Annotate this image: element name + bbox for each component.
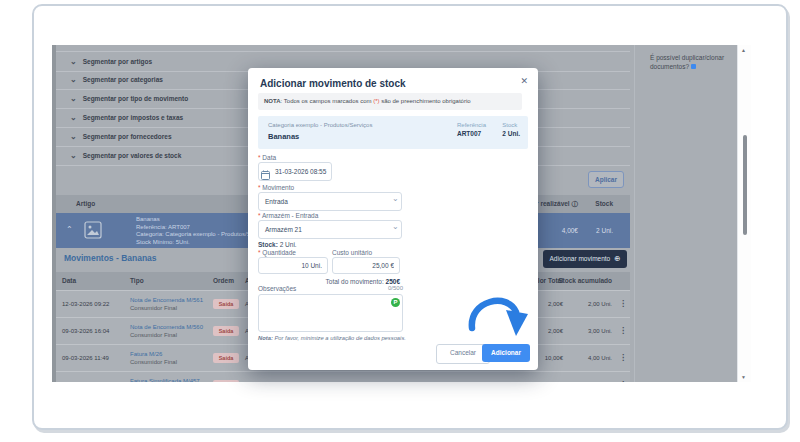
warehouse-label: * Armazém - Entrada (258, 212, 318, 219)
observations-counter: 0/500 (258, 285, 403, 291)
document-link[interactable]: Fatura Simplificada M/457 (130, 377, 200, 382)
faq-link[interactable]: É possível duplicar/clonar documentos? (650, 53, 734, 71)
table-row: 09-03-2026 11:46 Fatura Simplificada M/4… (56, 371, 630, 382)
chevron-down-icon: ⌄ (392, 222, 399, 231)
unit-cost-input[interactable] (332, 257, 400, 274)
status-badge: Saída (213, 299, 239, 309)
row-date: 12-03-2026 09:22 (62, 301, 109, 307)
modal-title: Adicionar movimento de stock (260, 78, 406, 89)
row-menu-icon[interactable]: ⋮ (619, 299, 627, 308)
row-client: Consumidor Final (130, 304, 203, 312)
row-client: Consumidor Final (130, 358, 177, 366)
row-client: Consumidor Final (130, 331, 203, 339)
row-menu-icon[interactable]: ⋮ (619, 380, 627, 382)
segment-label: Segmentar por valores de stock (83, 152, 182, 159)
add-movement-button[interactable]: Adicionar movimento⊕ (543, 250, 627, 268)
current-stock-note: Stock: 2 Uni. (258, 241, 297, 248)
row-tipo: Nota de Encomenda M/561Consumidor Final (130, 296, 203, 312)
plus-circle-icon: ⊕ (614, 254, 620, 263)
note-label: NOTA (264, 98, 281, 104)
col-ordem: Ordem (213, 277, 234, 284)
segment-label: Segmentar por impostos e taxas (83, 114, 183, 121)
quantity-label: * Quantidade (258, 249, 296, 256)
row-date: 09-03-2026 11:49 (62, 355, 109, 361)
col-artigo: Artigo (76, 200, 95, 207)
privacy-note: Nota: Por favor, minimize a utilização d… (258, 335, 406, 341)
product-reference: ReferênciaART007 (457, 122, 486, 137)
product-summary-box: Categoria exemplo - Produtos/Serviços Ba… (258, 116, 528, 149)
status-badge: Saída (213, 380, 239, 382)
date-label: * Data (258, 154, 276, 161)
chevron-down-icon: ⌄ (70, 127, 77, 146)
quantity-input[interactable] (258, 257, 328, 274)
row-valor-total: 10,00€ (545, 355, 563, 361)
document-link[interactable]: Nota de Encomenda M/560 (130, 323, 203, 331)
status-badge: Saída (213, 353, 239, 363)
scrollbar[interactable]: ▲ ▼ (737, 45, 751, 382)
chevron-down-icon: ⌄ (70, 146, 77, 165)
row-tipo: Nota de Encomenda M/560Consumidor Final (130, 323, 203, 339)
scrollbar-thumb[interactable] (743, 135, 747, 235)
row-valor-total: 2,00€ (548, 301, 563, 307)
grammar-extension-icon[interactable]: P (391, 298, 400, 307)
info-icon: ⓘ (572, 200, 579, 207)
status-badge: Saída (213, 326, 239, 336)
scroll-up-icon[interactable]: ▲ (741, 47, 746, 53)
warehouse-select[interactable]: Armazém 21 (258, 220, 402, 239)
chevron-down-icon: ⌄ (70, 70, 77, 89)
row-stock-acumulado: 4,00 Uni. (588, 355, 612, 361)
row-valor-total: 2,00€ (548, 328, 563, 334)
col-stock-acumulado: Stock acumulado (558, 277, 612, 284)
segment-label: Segmentar por artigos (83, 58, 152, 65)
apply-button[interactable]: Aplicar (588, 171, 624, 188)
row-menu-icon[interactable]: ⋮ (619, 353, 627, 362)
product-stock: Stock2 Uni. (502, 122, 520, 137)
scroll-down-icon[interactable]: ▼ (741, 374, 746, 380)
segment-label: Segmentar por tipo de movimento (83, 95, 188, 102)
chevron-down-icon: ⌄ (392, 194, 399, 203)
row-tipo: Fatura Simplificada M/457Consumidor Fina… (130, 377, 200, 382)
col-stock: Stock (595, 200, 613, 207)
chevron-down-icon: ⌄ (70, 52, 77, 71)
collapse-row-icon[interactable]: ⌃ (66, 225, 73, 234)
close-icon[interactable]: ✕ (520, 76, 528, 86)
required-fields-note: NOTA: Todos os campos marcados com (*) s… (258, 93, 522, 110)
segment-label: Segmentar por fornecedores (83, 133, 172, 140)
col-tipo: Tipo (130, 277, 144, 284)
col-data: Data (62, 277, 76, 284)
row-menu-icon[interactable]: ⋮ (619, 326, 627, 335)
document-link[interactable]: Nota de Encomenda M/561 (130, 296, 203, 304)
product-image-icon (84, 221, 102, 243)
row-stock-acumulado: 2,00 Uni. (588, 301, 612, 307)
article-stock: 2 Uni. (596, 227, 613, 234)
chevron-down-icon: ⌄ (70, 108, 77, 127)
article-valor-realizavel: 4,00€ (562, 227, 578, 234)
row-tipo: Fatura M/26Consumidor Final (130, 350, 177, 366)
product-category: Categoria exemplo - Produtos/Serviços (268, 122, 372, 128)
unit-cost-label: Custo unitário (332, 249, 372, 256)
movement-total: Total do movimento: 250€ (258, 278, 400, 285)
annotation-arrow (466, 290, 532, 348)
chevron-down-icon: ⌄ (70, 89, 77, 108)
calendar-icon (261, 166, 270, 184)
row-stock-acumulado: 3,00 Uni. (588, 328, 612, 334)
panel-divider (634, 45, 635, 382)
observations-textarea[interactable] (258, 294, 403, 332)
segment-label: Segmentar por categorias (83, 76, 163, 83)
document-link[interactable]: Fatura M/26 (130, 350, 177, 358)
row-date: 09-03-2026 16:04 (62, 328, 109, 334)
movements-title: Movimentos - Bananas (64, 253, 157, 263)
movement-select[interactable]: Entrada (258, 192, 402, 211)
external-link-icon (691, 64, 696, 69)
faq-text: É possível duplicar/clonar documentos? (650, 54, 724, 70)
movement-label: * Movimento (258, 184, 294, 191)
product-name: Bananas (268, 132, 299, 141)
